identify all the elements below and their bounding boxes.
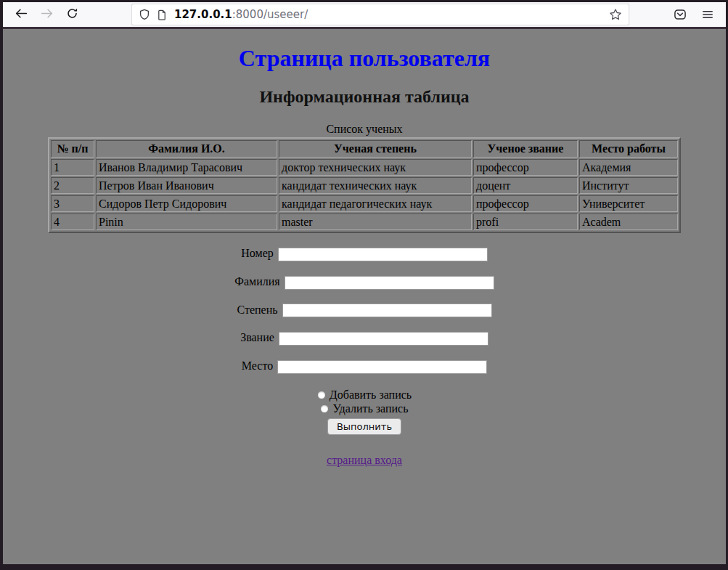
add-record-radio[interactable] (317, 391, 326, 399)
cell-degree: доктор технических наук (279, 159, 472, 176)
execute-button[interactable]: Выполнить (327, 418, 401, 435)
shield-icon[interactable] (139, 9, 150, 20)
browser-toolbar: 127.0.0.1:8000/useeer/ (3, 2, 726, 29)
table-row: 2 Петров Иван Иванович кандидат техничес… (51, 177, 678, 194)
rank-label: Звание (240, 331, 274, 343)
surname-input[interactable] (285, 276, 494, 290)
col-header-surname: Фамилия И.О. (96, 140, 277, 158)
cell-degree: кандидат технических наук (279, 177, 472, 194)
url-text[interactable]: 127.0.0.1:8000/useeer/ (174, 8, 603, 21)
cell-rank: profi (473, 213, 578, 230)
workplace-label: Место (242, 359, 273, 372)
section-title: Информационная таблица (3, 87, 726, 107)
rank-input[interactable] (279, 332, 488, 346)
form-row-rank: Звание (3, 331, 726, 346)
back-arrow-icon (15, 7, 28, 22)
cell-number: 4 (51, 213, 94, 230)
add-record-label: Добавить запись (330, 388, 412, 401)
cell-number: 3 (51, 195, 94, 212)
forward-arrow-icon (41, 7, 53, 22)
cell-surname: Сидоров Петр Сидорович (96, 195, 277, 212)
degree-input[interactable] (282, 304, 492, 317)
menu-hamburger-icon[interactable] (697, 4, 719, 25)
degree-label: Степень (237, 304, 277, 316)
scientists-table: № п/п Фамилия И.О. Ученая степень Ученое… (48, 137, 681, 233)
cell-rank: профессор (473, 195, 578, 212)
forward-button[interactable] (36, 4, 57, 25)
col-header-workplace: Место работы (579, 140, 678, 158)
delete-record-label: Удалить запись (332, 402, 408, 415)
browser-window: 127.0.0.1:8000/useeer/ Страница пользова… (0, 0, 728, 570)
table-header-row: № п/п Фамилия И.О. Ученая степень Ученое… (51, 140, 678, 158)
col-header-rank: Ученое звание (473, 140, 578, 158)
cell-surname: Петров Иван Иванович (96, 177, 277, 194)
cell-workplace: Academ (579, 213, 678, 230)
table-row: 4 Pinin master profi Academ (51, 213, 678, 230)
col-header-degree: Ученая степень (279, 140, 472, 158)
cell-surname: Pinin (96, 213, 277, 230)
url-host: 127.0.0.1 (174, 8, 232, 21)
cell-workplace: Академия (579, 159, 678, 176)
radio-row-add: Добавить запись (3, 388, 726, 402)
page-info-icon[interactable] (157, 9, 168, 20)
page-content: Страница пользователя Информационная таб… (3, 29, 726, 564)
cell-surname: Иванов Владимир Тарасович (96, 159, 277, 176)
url-bar[interactable]: 127.0.0.1:8000/useeer/ (131, 4, 629, 25)
reload-icon (66, 7, 78, 22)
reload-button[interactable] (61, 4, 83, 25)
table-caption: Список ученых (3, 123, 726, 136)
form-row-workplace: Место (3, 359, 726, 374)
cell-number: 2 (51, 177, 94, 194)
table-row: 1 Иванов Владимир Тарасович доктор техни… (51, 159, 678, 176)
cell-rank: профессор (473, 159, 578, 176)
cell-degree: кандидат педагогических наук (279, 195, 472, 212)
record-form: Номер Фамилия Степень Звание Место Добав… (3, 247, 726, 435)
pocket-icon[interactable] (669, 4, 691, 25)
number-label: Номер (241, 247, 273, 259)
surname-label: Фамилия (234, 275, 279, 288)
cell-rank: доцент (473, 177, 578, 194)
url-path: :8000/useeer/ (232, 8, 308, 21)
bookmark-star-icon[interactable] (609, 8, 622, 21)
cell-degree: master (279, 213, 472, 230)
workplace-input[interactable] (277, 360, 487, 374)
table-row: 3 Сидоров Петр Сидорович кандидат педаго… (51, 195, 678, 212)
form-row-surname: Фамилия (3, 275, 726, 290)
form-row-degree: Степень (3, 304, 726, 318)
page-title: Страница пользователя (3, 45, 726, 72)
cell-workplace: Университет (579, 195, 678, 212)
form-row-number: Номер (3, 247, 726, 261)
radio-row-delete: Удалить запись (3, 402, 726, 415)
number-input[interactable] (278, 248, 488, 261)
cell-number: 1 (51, 159, 94, 176)
back-button[interactable] (10, 4, 32, 25)
cell-workplace: Институт (579, 177, 678, 194)
col-header-number: № п/п (51, 140, 94, 158)
delete-record-radio[interactable] (320, 404, 329, 413)
login-page-link[interactable]: страница входа (327, 454, 402, 467)
